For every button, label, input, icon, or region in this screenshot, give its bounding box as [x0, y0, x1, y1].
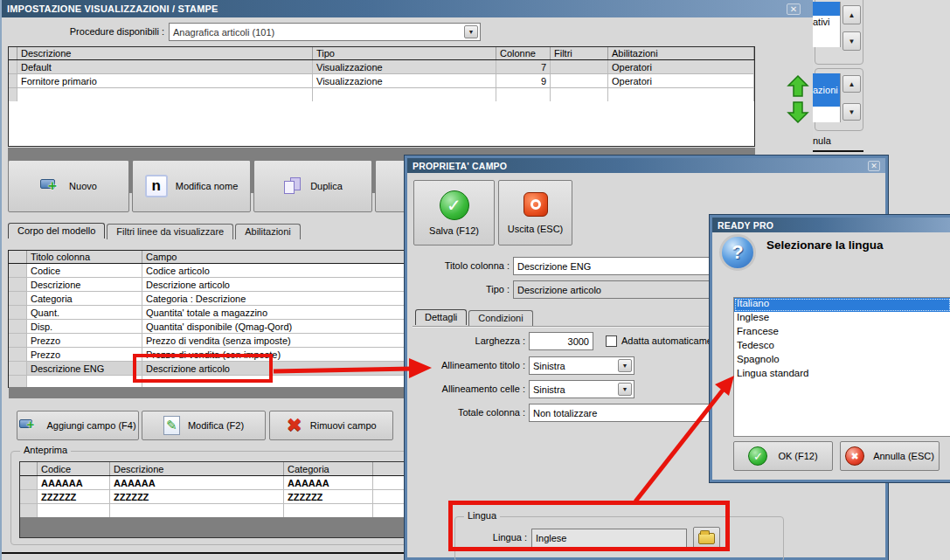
language-listbox[interactable]: Italiano Inglese Francese Tedesco Spagno… [733, 297, 950, 437]
scroll-down-button-2[interactable]: ▼ [843, 103, 861, 121]
column-header[interactable]: Tipo [313, 47, 496, 59]
column-header[interactable]: Categoria [284, 462, 373, 475]
chevron-down-icon[interactable]: ▼ [618, 383, 632, 396]
ok-check-icon: ✓ [748, 446, 767, 466]
proprieta-titlebar[interactable]: PROPRIETA' CAMPO ✕ [407, 158, 885, 173]
table-row-empty [9, 88, 754, 101]
duplicate-icon [283, 177, 302, 195]
move-up-button[interactable] [787, 73, 810, 102]
nuovo-button[interactable]: + Nuovo [8, 160, 129, 212]
procedures-dropdown[interactable]: Anagrafica articoli (101) ▼ [169, 23, 481, 41]
background-clipped-button[interactable]: nula [811, 135, 863, 150]
scroll-up-button-2[interactable]: ▲ [843, 75, 861, 93]
adatta-checkbox-label[interactable]: Adatta automaticament [621, 335, 720, 346]
scroll-down-icon: ▼ [849, 38, 856, 45]
list-item[interactable]: Lingua standard [734, 368, 950, 382]
tab-abilitazioni[interactable]: Abilitazioni [235, 224, 301, 239]
column-header[interactable]: Titolo colonna [27, 251, 142, 263]
allineamento-titolo-dropdown[interactable]: Sinistra ▼ [529, 356, 634, 375]
column-header[interactable]: Codice [38, 462, 110, 475]
scroll-up-icon: ▲ [849, 11, 856, 19]
rename-icon: n [145, 175, 168, 197]
allineamento-celle-label: Allineamento celle : [416, 384, 525, 394]
views-table-header[interactable]: Descrizione Tipo Colonne Filtri Abilitaz… [9, 47, 754, 60]
duplica-button[interactable]: Duplica [253, 160, 372, 212]
list-item-selected[interactable]: Italiano [734, 298, 950, 312]
uscita-button[interactable]: Uscita (ESC) [498, 180, 572, 245]
close-icon[interactable]: ✕ [868, 161, 880, 171]
background-listbox-2[interactable]: azioni [811, 73, 841, 122]
lingua-legend: Lingua [464, 510, 500, 521]
adatta-checkbox[interactable] [606, 335, 617, 347]
tipo-label: Tipo : [416, 284, 510, 294]
scroll-down-button[interactable]: ▼ [843, 31, 861, 51]
model-tabs: Corpo del modelloFiltri linee da visuali… [8, 222, 401, 239]
list-item[interactable]: Inglese [734, 312, 950, 326]
remove-icon: ✖ [286, 416, 302, 435]
anteprima-legend: Anteprima [20, 445, 71, 455]
dialog-heading: Selezionare la lingua [766, 239, 884, 252]
totale-colonna-label: Totale colonna : [416, 407, 525, 418]
lingua-input[interactable]: Inglese [531, 529, 687, 548]
ready-pro-titlebar[interactable]: READY PRO [712, 218, 950, 232]
rimuovi-campo-button[interactable]: ✖ Rimuovi campo [269, 411, 393, 440]
ready-pro-dialog: READY PRO ? Selezionare la lingua Italia… [710, 215, 950, 482]
background-listbox-1[interactable]: ativi [811, 2, 841, 47]
tab-filtri-linee[interactable]: Filtri linee da visualizzare [107, 224, 233, 239]
folder-icon [698, 533, 715, 544]
tab-dettagli[interactable]: Dettagli [415, 309, 467, 325]
scroll-up-icon: ▲ [849, 80, 856, 88]
scroll-down-icon: ▼ [849, 108, 856, 116]
tab-condizioni[interactable]: Condizioni [468, 310, 532, 326]
views-table: Descrizione Tipo Colonne Filtri Abilitaz… [8, 46, 755, 147]
aggiungi-campo-button[interactable]: + Aggiungi campo (F4) [17, 411, 139, 440]
exit-power-icon [524, 192, 548, 217]
list-item[interactable]: Francese [734, 326, 950, 340]
modifica-campo-button[interactable]: ✎ Modifica (F2) [142, 411, 266, 440]
larghezza-input[interactable]: 3000 [529, 332, 593, 350]
lingua-groupbox: Lingua Lingua : Inglese [454, 516, 784, 560]
new-item-icon: + [40, 178, 61, 194]
detail-tabs: DettagliCondizioni [415, 308, 535, 325]
column-header[interactable]: Descrizione [17, 47, 313, 59]
scroll-up-button[interactable]: ▲ [843, 5, 861, 24]
list-item[interactable]: Tedesco [734, 340, 950, 354]
column-header[interactable]: Descrizione [110, 462, 284, 475]
tab-corpo-del-modello[interactable]: Corpo del modello [8, 223, 105, 239]
allineamento-titolo-label: Allineamento titolo : [416, 360, 525, 370]
column-header[interactable]: Abilitazioni [608, 47, 754, 59]
annulla-button[interactable]: ✖ Annulla (ESC) [840, 441, 940, 471]
totale-colonna-input[interactable]: Non totalizzare [529, 404, 714, 422]
close-icon[interactable]: ✕ [787, 3, 801, 15]
table-row[interactable]: Default Visualizzazione 7 Operatori [9, 60, 754, 74]
column-header[interactable]: Colonne [496, 47, 551, 59]
larghezza-label: Larghezza : [433, 335, 525, 346]
edit-icon: ✎ [163, 416, 180, 435]
dialog-title: READY PRO [718, 220, 773, 231]
dialog-title: PROPRIETA' CAMPO [413, 161, 507, 171]
background-list1-item[interactable]: ativi [811, 16, 840, 28]
salva-button[interactable]: ✓ Salva (F12) [413, 180, 495, 245]
background-list2-item[interactable]: azioni [811, 73, 840, 107]
procedures-value: Anagrafica articoli (101) [173, 27, 274, 38]
table-row[interactable]: Fornitore primario Visualizzazione 9 Ope… [9, 74, 754, 88]
lingua-label: Lingua : [475, 532, 527, 543]
arrow-down-icon [787, 100, 810, 125]
allineamento-celle-dropdown[interactable]: Sinistra ▼ [529, 380, 634, 398]
list-item[interactable]: Spagnolo [734, 354, 950, 368]
impostazione-titlebar[interactable]: IMPOSTAZIONE VISUALIZZAZIONI / STAMPE ✕ [2, 0, 813, 17]
lingua-browse-button[interactable] [693, 527, 720, 550]
save-check-icon: ✓ [440, 190, 469, 220]
modifica-nome-button[interactable]: n Modifica nome [132, 160, 251, 212]
chevron-down-icon[interactable]: ▼ [618, 359, 632, 372]
procedures-label: Procedure disponibili : [19, 26, 164, 37]
column-header[interactable]: Filtri [551, 47, 608, 59]
window-title: IMPOSTAZIONE VISUALIZZAZIONI / STAMPE [7, 3, 218, 14]
ok-button[interactable]: ✓ OK (F12) [733, 441, 833, 471]
add-field-icon: + [19, 418, 38, 432]
question-icon: ? [719, 234, 756, 271]
chevron-down-icon[interactable]: ▼ [464, 25, 478, 38]
move-down-button[interactable] [787, 100, 810, 128]
cancel-x-icon: ✖ [845, 446, 864, 466]
arrow-up-icon [787, 73, 810, 99]
